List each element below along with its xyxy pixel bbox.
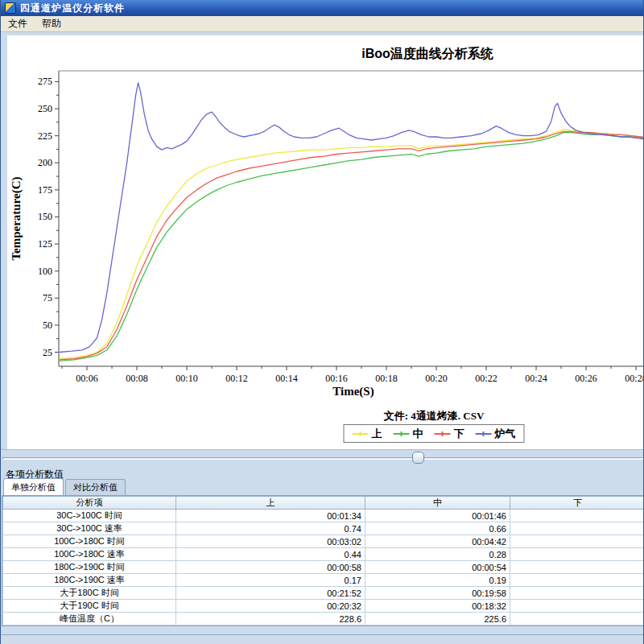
tab-compare-analysis[interactable]: 对比分析值 bbox=[65, 479, 126, 495]
x-tick-label: 00:28 bbox=[625, 373, 644, 384]
column-header-bottom: 下 bbox=[510, 497, 644, 510]
temperature-chart: iBoo温度曲线分析系统2550751001251501752002252502… bbox=[7, 35, 644, 406]
analysis-table-wrap: 分析项上中下 30C->100C 时间00:01:3400:01:4630C->… bbox=[2, 495, 644, 626]
x-tick-label: 00:24 bbox=[525, 373, 547, 384]
x-axis-title: Time(S) bbox=[332, 385, 374, 398]
table-row[interactable]: 100C->180C 速率0.440.28 bbox=[3, 548, 644, 561]
column-header-top: 上 bbox=[176, 497, 365, 510]
value-cell-bottom bbox=[510, 574, 644, 587]
legend-line-swatch bbox=[435, 433, 451, 435]
value-cell-middle: 0.19 bbox=[365, 574, 510, 587]
titlebar[interactable]: 四通道炉温仪分析软件 bbox=[1, 0, 643, 16]
series-line-1 bbox=[60, 133, 644, 361]
legend-label: 炉气 bbox=[495, 427, 516, 441]
legend-label: 上 bbox=[372, 427, 382, 441]
analysis-item-cell: 180C->190C 时间 bbox=[3, 561, 176, 574]
table-row[interactable]: 100C->180C 时间00:03:0200:04:42 bbox=[3, 535, 644, 548]
x-tick-label: 00:14 bbox=[275, 373, 297, 384]
value-cell-middle: 225.6 bbox=[365, 613, 510, 625]
y-tick-label: 50 bbox=[43, 320, 52, 331]
y-tick-label: 275 bbox=[38, 76, 52, 87]
value-cell-bottom bbox=[510, 548, 644, 561]
series-line-2 bbox=[60, 131, 644, 360]
legend-item-middle: 中 bbox=[394, 427, 423, 441]
value-cell-top: 228.6 bbox=[176, 613, 365, 625]
value-cell-bottom bbox=[510, 613, 644, 625]
value-cell-top: 00:03:02 bbox=[176, 535, 365, 548]
x-tick-label: 00:10 bbox=[175, 373, 197, 384]
menu-help[interactable]: 帮助 bbox=[35, 15, 68, 32]
x-tick-label: 00:06 bbox=[76, 373, 97, 384]
table-header-row: 分析项上中下 bbox=[3, 497, 644, 510]
y-tick-label: 200 bbox=[38, 157, 52, 168]
value-cell-middle: 00:00:54 bbox=[365, 561, 510, 574]
legend-line-swatch bbox=[394, 433, 410, 435]
value-cell-top: 0.17 bbox=[176, 574, 365, 587]
value-cell-top: 00:20:32 bbox=[176, 600, 365, 613]
series-line-3 bbox=[60, 83, 644, 353]
value-cell-bottom bbox=[510, 510, 644, 522]
legend-label: 中 bbox=[413, 427, 423, 441]
analysis-item-cell: 大于180C 时间 bbox=[3, 587, 176, 600]
table-row[interactable]: 大于180C 时间00:21:5200:19:58 bbox=[3, 587, 644, 600]
value-cell-top: 00:21:52 bbox=[176, 587, 365, 600]
slider-track[interactable] bbox=[2, 457, 643, 460]
menu-file[interactable]: 文件 bbox=[1, 15, 35, 32]
time-slider bbox=[1, 449, 644, 466]
x-tick-label: 00:16 bbox=[325, 373, 347, 384]
table-row[interactable]: 30C->100C 速率0.740.66 bbox=[3, 522, 644, 535]
legend-item-furnace-gas: 炉气 bbox=[476, 427, 516, 441]
value-cell-bottom bbox=[510, 587, 644, 600]
y-tick-label: 225 bbox=[38, 130, 52, 142]
analysis-item-cell: 100C->180C 速率 bbox=[3, 548, 176, 561]
table-row[interactable]: 峰值温度（C）228.6225.6 bbox=[3, 613, 644, 625]
value-cell-bottom bbox=[510, 535, 644, 548]
analysis-item-cell: 180C->190C 速率 bbox=[3, 574, 176, 587]
legend-item-bottom: 下 bbox=[435, 427, 464, 441]
y-tick-label: 125 bbox=[38, 238, 52, 250]
y-tick-label: 250 bbox=[38, 103, 52, 114]
value-cell-top: 00:00:58 bbox=[176, 561, 365, 574]
value-cell-top: 0.44 bbox=[176, 548, 365, 561]
value-cell-middle: 00:18:32 bbox=[365, 600, 510, 613]
tab-individual-analysis[interactable]: 单独分析值 bbox=[3, 478, 64, 495]
value-cell-middle: 00:01:46 bbox=[365, 510, 510, 522]
legend-label: 下 bbox=[454, 427, 464, 441]
x-tick-label: 00:08 bbox=[126, 373, 147, 384]
analysis-item-cell: 峰值温度（C） bbox=[3, 613, 176, 625]
analysis-tabs: 单独分析值对比分析值 bbox=[3, 481, 127, 495]
slider-thumb[interactable] bbox=[412, 452, 424, 464]
app-icon bbox=[5, 2, 16, 14]
value-cell-middle: 00:19:58 bbox=[365, 587, 510, 600]
value-cell-bottom bbox=[510, 522, 644, 535]
y-axis-title: Temperature(C) bbox=[10, 176, 23, 260]
bottom-frame bbox=[1, 634, 643, 644]
y-tick-label: 25 bbox=[43, 347, 52, 358]
value-cell-bottom bbox=[510, 600, 644, 613]
analysis-item-cell: 30C->100C 时间 bbox=[3, 510, 176, 522]
value-cell-top: 0.74 bbox=[176, 522, 365, 535]
chart-legend: 上中下炉气 bbox=[344, 424, 525, 443]
table-row[interactable]: 大于190C 时间00:20:3200:18:32 bbox=[3, 600, 644, 613]
x-tick-label: 00:26 bbox=[575, 373, 597, 384]
y-tick-label: 175 bbox=[38, 184, 52, 196]
legend-line-swatch bbox=[476, 433, 492, 435]
analysis-item-cell: 大于190C 时间 bbox=[3, 600, 176, 613]
menubar: 文件 帮助 bbox=[1, 16, 643, 32]
x-tick-label: 00:20 bbox=[425, 373, 447, 384]
column-header-middle: 中 bbox=[365, 497, 510, 510]
table-row[interactable]: 30C->100C 时间00:01:3400:01:46 bbox=[3, 510, 644, 522]
value-cell-middle: 0.28 bbox=[365, 548, 510, 561]
x-tick-label: 00:18 bbox=[375, 373, 397, 384]
analysis-item-cell: 100C->180C 时间 bbox=[3, 535, 176, 548]
chart-panel: iBoo温度曲线分析系统2550751001251501752002252502… bbox=[7, 35, 644, 449]
window-title: 四通道炉温仪分析软件 bbox=[20, 2, 125, 15]
value-cell-middle: 00:04:42 bbox=[365, 535, 510, 548]
chart-file-label: 文件: 4通道烤漆. CSV bbox=[384, 409, 485, 423]
table-row[interactable]: 180C->190C 时间00:00:5800:00:54 bbox=[3, 561, 644, 574]
analysis-item-cell: 30C->100C 速率 bbox=[3, 522, 176, 535]
table-row[interactable]: 180C->190C 速率0.170.19 bbox=[3, 574, 644, 587]
value-cell-top: 00:01:34 bbox=[176, 510, 365, 522]
series-line-0 bbox=[60, 130, 644, 359]
analysis-table: 分析项上中下 30C->100C 时间00:01:3400:01:4630C->… bbox=[2, 496, 644, 625]
